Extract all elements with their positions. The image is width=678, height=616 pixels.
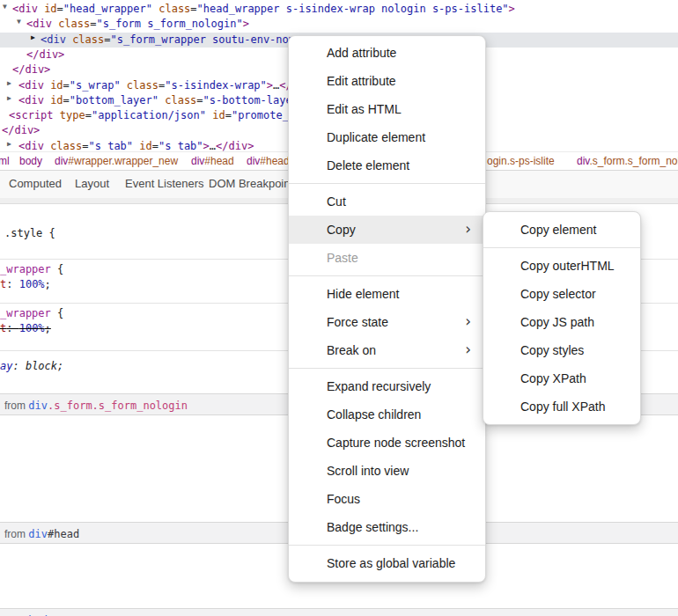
rule-wrapper-height[interactable]: t: 100%; — [0, 278, 51, 293]
menu-item-paste[interactable]: Paste — [289, 244, 485, 272]
menu-item-badge-settings[interactable]: Badge settings... — [289, 513, 485, 541]
rule-wrapper2-height-overridden-seg-plain: : — [6, 322, 18, 334]
dom-9-seg-a: id — [139, 140, 151, 152]
node-link[interactable]: .s_form.s_form_nologin — [48, 400, 188, 412]
dom-0-seg-v: "head_wrapper" — [63, 3, 152, 15]
dom-tree-row-div-s_form[interactable]: ▼<div class="s_form s_form_nologin"> — [0, 17, 678, 32]
node-link[interactable]: div — [28, 400, 48, 412]
dom-6-seg-a: class — [165, 94, 196, 106]
menu-item-label: Focus — [327, 492, 360, 506]
menu-item-label: Delete element — [327, 158, 409, 172]
menu-item-label: Copy element — [520, 223, 596, 237]
tab-layout[interactable]: Layout — [75, 171, 109, 198]
rule-display-block[interactable]: ay: block; — [0, 360, 63, 375]
menu-item-add-attribute[interactable]: Add attribute — [289, 39, 485, 67]
menu-item-duplicate-element[interactable]: Duplicate element — [289, 123, 485, 151]
dom-5-seg-t: <div — [18, 79, 44, 92]
expand-arrow-icon[interactable]: ▶ — [31, 33, 35, 41]
menu-item-hide-element[interactable]: Hide element — [289, 280, 485, 308]
tab-dom-breakpoints[interactable]: DOM Breakpoints — [209, 171, 299, 198]
dom-1-seg-t: <div — [26, 18, 52, 30]
dom-7-seg-a: type — [60, 109, 85, 121]
menu-item-label: Expand recursively — [327, 379, 431, 393]
dom-2-seg-ts: <div — [41, 33, 66, 46]
menu-item-capture-node-screenshot[interactable]: Capture node screenshot — [289, 429, 485, 457]
menu-item-copy-xpath[interactable]: Copy XPath — [483, 364, 640, 392]
rule-wrapper-height-seg-plain: : — [6, 278, 18, 290]
menu-item-copy-js-path[interactable]: Copy JS path — [483, 308, 640, 336]
menu-item-expand-recursively[interactable]: Expand recursively — [289, 372, 485, 400]
menu-item-copy[interactable]: Copy› — [289, 216, 485, 244]
menu-item-collapse-children[interactable]: Collapse children — [289, 400, 485, 429]
menu-item-copy-outerhtml[interactable]: Copy outerHTML — [483, 252, 640, 280]
menu-item-store-as-global-variable[interactable]: Store as global variable — [289, 549, 485, 577]
dom-5-seg-t: > — [267, 79, 273, 92]
collapse-arrow-icon[interactable]: ▼ — [3, 3, 7, 11]
menu-item-force-state[interactable]: Force state› — [289, 308, 485, 336]
rule-wrapper2-selector-seg-sel: _wrapper — [0, 307, 51, 319]
menu-item-label: Paste — [327, 251, 358, 265]
rule-wrapper2-selector[interactable]: _wrapper { — [0, 307, 63, 322]
crumb-text: .s_form.s_form_nologin — [589, 155, 678, 167]
crumb-s_form[interactable]: div.s_form.s_form_nologin — [577, 152, 678, 172]
expand-arrow-icon[interactable]: ▶ — [7, 140, 11, 148]
crumb-text: div — [247, 155, 260, 167]
expand-arrow-icon[interactable]: ▶ — [7, 94, 11, 102]
rule-wrapper-height-seg-num: 100% — [19, 278, 45, 290]
menu-item-delete-element[interactable]: Delete element — [289, 151, 485, 180]
dom-7-seg-p: = — [85, 109, 92, 121]
dom-node-markup: <script type="application/json" id="prom… — [9, 109, 314, 121]
submenu-arrow-icon: › — [465, 215, 471, 243]
menu-item-copy-full-xpath[interactable]: Copy full XPath — [483, 392, 640, 421]
menu-separator — [289, 275, 485, 276]
expand-arrow-icon[interactable]: ▶ — [7, 79, 11, 87]
menu-item-label: Badge settings... — [327, 520, 418, 534]
menu-item-break-on[interactable]: Break on› — [289, 336, 485, 364]
menu-item-label: Break on — [327, 343, 376, 357]
menu-item-label: Add attribute — [327, 46, 396, 60]
menu-item-edit-attribute[interactable]: Edit attribute — [289, 67, 485, 95]
menu-item-label: Copy full XPath — [520, 400, 606, 414]
node-link[interactable]: #head — [48, 528, 79, 540]
dom-0-seg-t: <div — [12, 3, 38, 15]
rule-wrapper-selector-seg-plain: { — [51, 263, 63, 275]
dom-node-markup: <div id="bottom_layer" class="s-bottom-l… — [18, 94, 318, 106]
submenu-arrow-icon: › — [465, 307, 471, 335]
rule-wrapper2-selector-seg-plain: { — [51, 307, 63, 319]
menu-item-scroll-into-view[interactable]: Scroll into view — [289, 457, 485, 485]
dom-5-seg-p — [121, 79, 127, 92]
dom-1-seg-t: > — [243, 18, 249, 30]
rule-display-block-seg-num: ay — [0, 360, 12, 372]
menu-item-cut[interactable]: Cut — [289, 187, 485, 216]
menu-item-label: Force state — [327, 315, 388, 329]
dom-9-seg-p: = — [82, 140, 88, 152]
crumb-text: div — [577, 155, 589, 167]
dom-1-seg-p: = — [90, 18, 96, 30]
menu-item-focus[interactable]: Focus — [289, 485, 485, 513]
dom-5-seg-p: = — [63, 79, 70, 92]
rule-element-style[interactable]: .style { — [4, 227, 55, 242]
menu-item-label: Cut — [327, 194, 346, 209]
menu-item-label: Copy XPath — [520, 371, 586, 385]
dom-9-seg-t: > — [203, 140, 210, 152]
node-link[interactable]: div — [28, 528, 48, 540]
dom-2-seg-p: = — [104, 33, 110, 46]
rule-wrapper2-height-overridden[interactable]: t: 100%; — [0, 322, 51, 337]
crumb-head_wrapper-tail[interactable]: ogin.s-ps-islite — [487, 152, 555, 172]
collapse-arrow-icon[interactable]: ▼ — [17, 18, 21, 26]
menu-item-copy-element[interactable]: Copy element — [483, 216, 640, 244]
rule-element-style-seg-plain: .style { — [4, 227, 55, 239]
menu-item-edit-as-html[interactable]: Edit as HTML — [289, 95, 485, 123]
menu-item-copy-selector[interactable]: Copy selector — [483, 280, 640, 308]
dom-9-seg-t: <div — [18, 140, 44, 152]
dom-node-markup: </div> — [26, 48, 64, 61]
dom-tree-row-div-head_wrapper[interactable]: ▼<div id="head_wrapper" class="head_wrap… — [0, 2, 678, 17]
menu-item-copy-styles[interactable]: Copy styles — [483, 336, 640, 364]
dom-1-seg-v: "s_form s_form_nologin" — [97, 18, 243, 30]
tab-event-listeners[interactable]: Event Listeners — [125, 171, 204, 198]
dom-9-seg-v: "s_tab" — [158, 140, 203, 152]
dom-6-seg-a: id — [50, 94, 63, 106]
dom-2-seg-a: class — [72, 33, 104, 46]
tab-computed[interactable]: Computed — [9, 171, 62, 198]
rule-wrapper-selector[interactable]: _wrapper { — [0, 263, 63, 278]
